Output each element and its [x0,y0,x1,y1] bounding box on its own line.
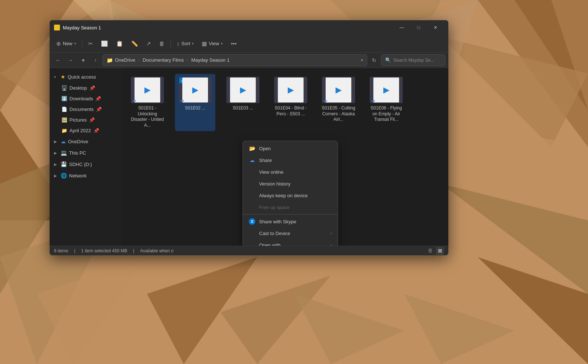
search-icon: 🔍 [385,57,391,63]
sort-button[interactable]: ↕ Sort ▾ [173,37,197,50]
pictures-icon: 🖼️ [61,117,67,123]
sidebar-item-april2022[interactable]: 📁 April 2022 📌 [51,125,120,136]
address-part-3[interactable]: Mayday Season 1 [191,57,230,63]
content-area: ▾ ★ Quick access 🖥️ Desktop 📌 ⬇️ Downloa… [50,68,448,246]
cm-share-onedrive-label: Share [259,158,332,163]
cm-version-history[interactable]: Version history [243,178,338,190]
pictures-label: Pictures [69,117,87,123]
sidebar-item-onedrive[interactable]: ▶ ☁ OneDrive [51,136,120,147]
sidebar-item-pictures[interactable]: 🖼️ Pictures 📌 [51,115,120,125]
rename-icon: ✏️ [131,40,138,47]
desktop-label: Desktop [69,85,87,91]
address-bar: ← → ▾ ↑ 📁 OneDrive › Documentary Films ›… [50,53,448,68]
documents-label: Documents [69,107,94,112]
folder-icon: 📁 [107,57,113,63]
expand-arrow-onedrive-icon: ▶ [54,140,58,144]
address-part-2[interactable]: Documentary Films [143,57,184,63]
up-button[interactable]: ↑ [90,55,101,66]
sidebar-item-desktop[interactable]: 🖥️ Desktop 📌 [51,83,120,93]
address-path[interactable]: 📁 OneDrive › Documentary Films › Mayday … [103,54,367,66]
sidebar-item-documents[interactable]: 📄 Documents 📌 [51,104,120,114]
network-icon: 🌐 [61,173,67,179]
cm-share-skype[interactable]: S Share with Skype [243,216,338,227]
file-item-s01e01[interactable]: ▶ ☁ S01E01 - Unlocking Disaster - United… [127,74,168,131]
title-bar: Mayday Season 1 — □ ✕ [50,20,448,35]
paste-icon: 📋 [116,40,123,47]
window-controls: — □ ✕ [393,20,444,35]
paste-toolbar-button[interactable]: 📋 [112,37,127,50]
file-item-s01e06[interactable]: ▶ ☁ S01E06 - Flying on Empty - Air Trans… [366,74,406,131]
cut-toolbar-button[interactable]: ✂ [85,37,97,50]
ellipsis-icon: ••• [231,40,237,47]
onedrive-label: OneDrive [68,139,88,144]
grid-view-button[interactable]: ⊞ [436,247,444,255]
cm-view-online-label: View online [259,169,332,175]
cm-open-with-label: Open with [259,242,327,246]
star-icon: ★ [61,74,65,80]
onedrive-icon: ☁ [61,138,66,144]
cm-share-onedrive[interactable]: ☁ Share [243,154,338,166]
cm-view-online[interactable]: View online [243,166,338,178]
maximize-button[interactable]: □ [410,20,427,35]
pin-icon-3: 📌 [96,107,102,112]
list-view-button[interactable]: ☰ [426,247,434,255]
cm-open[interactable]: 📂 Open [243,143,338,154]
minimize-button[interactable]: — [393,20,410,35]
play-icon-4: ▶ [288,85,294,95]
refresh-icon: ↻ [372,57,376,63]
forward-button[interactable]: → [65,55,76,66]
recent-locations-button[interactable]: ▾ [78,55,89,66]
file-item-s01e05[interactable]: ▶ ☁ S01E05 - Cutting Corners - Alaska Ai… [318,74,359,131]
selected-info: 1 item selected 450 MB [81,248,127,253]
file-item-s01e03[interactable]: ▶ S01E03 ... [223,74,263,131]
refresh-button[interactable]: ↻ [369,55,380,66]
sidebar-item-quick-access[interactable]: ▾ ★ Quick access [51,71,120,82]
sdhc-label: SDHC (D:) [69,162,92,167]
thispc-icon: 💻 [61,150,67,156]
close-button[interactable]: ✕ [427,20,444,35]
new-button[interactable]: ⊕ New ▾ [53,37,80,50]
sidebar-item-network[interactable]: ▶ 🌐 Network [51,170,120,181]
close-icon: ✕ [434,25,437,30]
copy-toolbar-button[interactable]: ⬜ [97,37,112,50]
cm-cast-to-device[interactable]: Cast to Device › [243,227,338,239]
view-online-icon [249,169,255,175]
new-label: New [63,41,72,46]
share-icon: ↗ [146,40,151,47]
delete-toolbar-button[interactable]: 🗑 [155,37,168,50]
cast-arrow-icon: › [330,231,332,235]
window-icon [54,25,60,30]
free-up-space-icon [249,204,255,210]
cm-version-history-label: Version history [259,181,332,187]
sidebar-item-sdhc[interactable]: ▶ 💾 SDHC (D:) [51,159,120,170]
cm-always-keep[interactable]: Always keep on device [243,190,338,201]
rename-toolbar-button[interactable]: ✏️ [128,37,142,50]
toolbar: ⊕ New ▾ ✂ ⬜ 📋 ✏️ ↗ 🗑 ↕ Sort ▾ ▦ [50,35,448,53]
address-part-1[interactable]: OneDrive [115,57,135,63]
skype-icon: S [249,218,255,225]
view-button[interactable]: ▦ View ▾ [198,37,226,50]
file-item-s01e04[interactable]: ▶ S01E04 - Blind - Perú - S503 ... [270,74,311,131]
play-icon-6: ▶ [383,85,390,95]
more-button[interactable]: ••• [227,37,240,50]
play-icon-2: ▶ [192,85,198,95]
status-bar: 6 items | 1 item selected 450 MB | Avail… [50,246,448,255]
file-item-s01e02[interactable]: ✓ ▶ ☁ S01E02 ... [175,74,215,131]
toolbar-separator-2 [171,39,171,48]
downloads-icon: ⬇️ [61,96,67,101]
back-button[interactable]: ← [53,55,64,66]
sidebar-item-thispc[interactable]: ▶ 💻 This PC [51,147,120,158]
cm-open-with[interactable]: Open with › [243,239,338,246]
share-toolbar-button[interactable]: ↗ [143,37,155,50]
play-icon-5: ▶ [336,85,342,95]
view-icon: ▦ [202,40,207,47]
open-icon: 📂 [249,145,255,152]
cloud-share-icon: ☁ [249,157,255,163]
minimize-icon: — [399,25,404,30]
file-explorer-window: Mayday Season 1 — □ ✕ ⊕ New ▾ ✂ ⬜ 📋 [50,20,448,255]
sidebar-item-downloads[interactable]: ⬇️ Downloads 📌 [51,93,120,104]
search-box[interactable]: 🔍 Search Mayday Se... [381,54,445,66]
cm-cast-label: Cast to Device [259,231,327,236]
new-chevron-icon: ▾ [74,42,76,46]
quick-access-label: Quick access [68,74,96,80]
